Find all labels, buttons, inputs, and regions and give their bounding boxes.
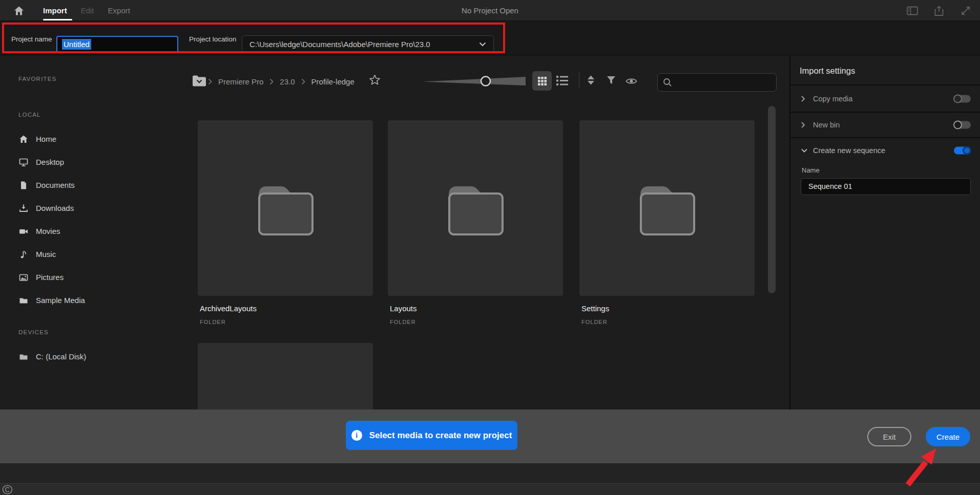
chevron-right-icon[interactable] (801, 121, 805, 128)
setting-row-new-bin[interactable]: New bin (790, 113, 980, 137)
folder-tile-archivedlayouts[interactable]: ArchivedLayouts FOLDER (198, 120, 373, 325)
chevron-right-icon[interactable] (801, 95, 805, 102)
sidebar-item-desktop[interactable]: Desktop (0, 150, 154, 174)
sidebar-item-label: Home (36, 135, 56, 143)
toggle-knob (953, 121, 962, 130)
sidebar-item-movies[interactable]: Movies (0, 220, 154, 243)
preview-eye-button[interactable] (625, 77, 637, 85)
folder-thumbnail[interactable] (388, 120, 563, 296)
devices-header: DEVICES (18, 329, 49, 335)
chevron-right-icon (269, 78, 274, 85)
folder-thumbnail[interactable] (579, 120, 755, 296)
folder-icon (18, 295, 28, 305)
breadcrumb-item[interactable]: Premiere Pro (218, 77, 263, 86)
sidebar-item-label: Music (36, 250, 56, 259)
sidebar-item-label: Downloads (36, 204, 74, 212)
sort-button[interactable] (587, 75, 595, 85)
sidebar-item-music[interactable]: Music (0, 243, 154, 266)
list-view-button[interactable] (556, 75, 568, 86)
sidebar-item-c-drive[interactable]: C: (Local Disk) (0, 345, 154, 368)
premiere-import-screen: Import Edit Export No Project Open Proje… (0, 0, 980, 495)
project-location-label: Project location (189, 21, 236, 55)
favorites-header: FAVORITES (18, 76, 57, 82)
top-bar: Import Edit Export No Project Open (0, 0, 980, 21)
sidebar-item-home[interactable]: Home (0, 127, 154, 150)
sidebar-item-documents[interactable]: Documents (0, 174, 154, 197)
setting-label: Create new sequence (813, 146, 885, 155)
create-new-sequence-toggle[interactable] (954, 147, 971, 155)
folder-thumbnail[interactable] (198, 120, 373, 296)
download-icon (18, 203, 28, 213)
footer-bar: i Select media to create new project Exi… (0, 410, 980, 463)
fullscreen-icon[interactable] (960, 5, 971, 16)
breadcrumb-item-current[interactable]: Profile-ledge (311, 77, 355, 86)
chevron-right-icon (208, 78, 212, 85)
grid-view-icon (538, 77, 547, 85)
folder-tile-settings[interactable]: Settings FOLDER (579, 120, 755, 325)
home-icon (13, 5, 25, 16)
chevron-down-icon[interactable] (801, 148, 808, 153)
mode-tabs: Import Edit Export (43, 0, 130, 21)
home-button[interactable] (12, 4, 26, 17)
devices-list: C: (Local Disk) (0, 345, 154, 368)
sidebar-item-pictures[interactable]: Pictures (0, 266, 154, 289)
project-name-input[interactable]: Untitled (56, 36, 178, 53)
grid-view-button[interactable] (532, 71, 552, 91)
tab-export[interactable]: Export (108, 6, 130, 15)
breadcrumb-drive-button[interactable] (192, 74, 207, 88)
drive-icon (18, 352, 28, 361)
copy-media-toggle[interactable] (954, 95, 971, 102)
tab-edit[interactable]: Edit (81, 6, 94, 15)
filter-funnel-icon (607, 76, 616, 84)
setting-row-create-new-sequence[interactable]: Create new sequence (790, 138, 980, 163)
toggle-knob (953, 94, 962, 103)
panel-title: Import settings (800, 66, 855, 76)
folder-dropdown-icon (192, 74, 207, 88)
folder-icon (252, 179, 319, 238)
places-sidebar: FAVORITES LOCAL Home Desktop Documents D… (0, 55, 154, 410)
picture-icon (18, 272, 28, 282)
select-media-info-button[interactable]: i Select media to create new project (346, 421, 517, 450)
setting-label: Copy media (813, 95, 852, 103)
project-location-value: C:\Users\ledge\Documents\Adobe\Premiere … (249, 40, 479, 49)
toolbar-divider (579, 72, 579, 89)
sidebar-item-label: C: (Local Disk) (36, 352, 86, 361)
share-icon[interactable] (933, 5, 945, 16)
folder-name: ArchivedLayouts (198, 304, 373, 313)
filter-button[interactable] (607, 76, 616, 84)
toggle-knob (963, 146, 971, 155)
search-input[interactable] (657, 73, 777, 92)
lower-strip (0, 463, 980, 483)
sidebar-item-label: Documents (36, 181, 75, 189)
create-button[interactable]: Create (926, 427, 970, 446)
new-bin-toggle[interactable] (954, 121, 971, 129)
favorite-star-button[interactable] (368, 74, 381, 87)
search-icon (663, 78, 672, 87)
tab-import[interactable]: Import (43, 6, 67, 15)
project-location-dropdown[interactable]: C:\Users\ledge\Documents\Adobe\Premiere … (242, 35, 494, 53)
creative-cloud-icon[interactable] (2, 485, 13, 494)
local-list: Home Desktop Documents Downloads Movies … (0, 127, 154, 312)
sidebar-item-label: Desktop (36, 158, 64, 166)
folder-name: Settings (579, 304, 755, 313)
star-icon (368, 74, 381, 87)
desktop-icon (18, 157, 28, 167)
sidebar-item-label: Movies (36, 227, 60, 235)
window-icons (907, 0, 971, 21)
sequence-name-input[interactable]: Sequence 01 (801, 178, 971, 195)
thumbnail-zoom-slider[interactable] (422, 74, 526, 88)
exit-button[interactable]: Exit (867, 427, 911, 446)
project-name-value: Untitled (62, 39, 91, 50)
list-view-icon (556, 75, 568, 86)
scrollbar-thumb[interactable] (768, 106, 776, 293)
sidebar-item-downloads[interactable]: Downloads (0, 197, 154, 220)
folder-tile-partial[interactable] (198, 343, 373, 410)
folder-tile-layouts[interactable]: Layouts FOLDER (388, 120, 563, 325)
setting-row-copy-media[interactable]: Copy media (790, 85, 980, 112)
project-bar: Project name Untitled Project location C… (0, 21, 980, 55)
home-icon (18, 134, 28, 144)
breadcrumb-item[interactable]: 23.0 (280, 77, 295, 86)
sidebar-item-sample-media[interactable]: Sample Media (0, 289, 154, 312)
workspace-panel-icon[interactable] (907, 6, 918, 15)
setting-label: New bin (813, 121, 840, 129)
